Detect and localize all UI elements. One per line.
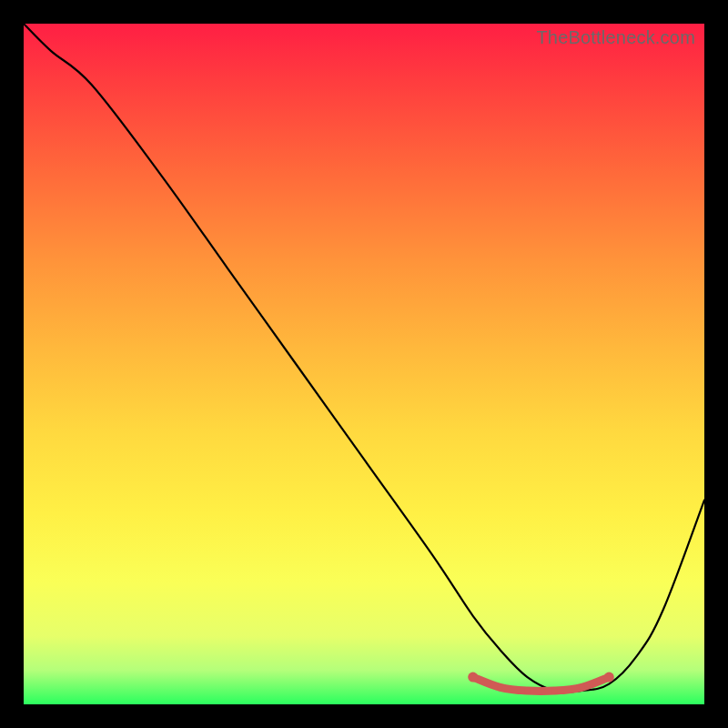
optimal-zone-curve	[473, 677, 610, 691]
optimal-zone-marker	[551, 688, 557, 693]
optimal-zone-endpoint	[468, 672, 478, 682]
optimal-zone-marker	[524, 688, 530, 693]
gradient-plot-area: TheBottleneck.com	[24, 24, 704, 704]
optimal-zone-marker	[579, 684, 584, 690]
optimal-zone-marker	[497, 684, 502, 690]
optimal-zone-endpoint	[604, 672, 614, 682]
chart-svg	[24, 24, 704, 704]
bottleneck-curve	[24, 24, 704, 693]
